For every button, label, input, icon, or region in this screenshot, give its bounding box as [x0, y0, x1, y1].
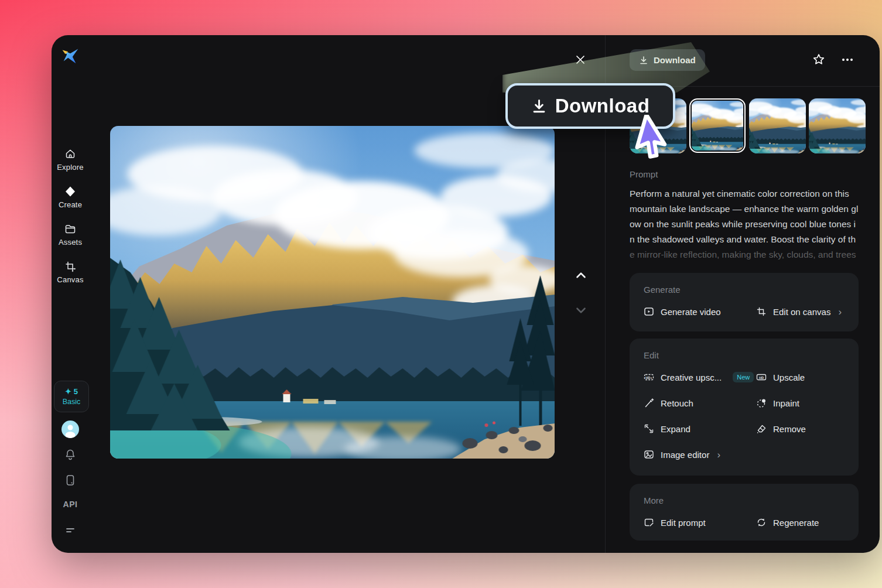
folder-icon — [64, 223, 76, 235]
thumbnail-artwork — [749, 98, 806, 153]
thumbnail-4[interactable] — [809, 98, 866, 153]
thumbnail-2-selected[interactable] — [689, 98, 746, 153]
avatar[interactable] — [61, 421, 79, 438]
prompt-text[interactable]: Perform a natural yet cinematic color co… — [630, 186, 862, 262]
sidebar-item-label: Assets — [52, 238, 89, 247]
star-icon — [812, 53, 826, 67]
chevron-right-icon: › — [838, 307, 842, 317]
video-icon — [644, 306, 654, 317]
plan-badge[interactable]: ✦ 5 Basic — [54, 381, 89, 412]
upscale-icon: HD — [756, 372, 767, 382]
sidebar-item-label: Create — [52, 200, 89, 209]
eraser-icon — [756, 423, 767, 434]
chevron-up-icon — [573, 268, 589, 283]
cursor-pointer-icon — [634, 115, 672, 165]
sidebar-item-assets[interactable]: Assets — [52, 223, 89, 247]
plan-credits: 5 — [74, 387, 78, 396]
creative-upscale-button[interactable]: HD+ Creative upsc... New — [644, 372, 756, 382]
mobile-device-icon[interactable] — [64, 474, 76, 486]
sidebar-item-create[interactable]: Create — [52, 186, 89, 209]
plan-tier: Basic — [63, 398, 81, 406]
remove-button[interactable]: Remove — [756, 423, 845, 434]
sidebar-item-canvas[interactable]: Canvas — [52, 261, 89, 284]
ellipsis-icon — [842, 59, 845, 61]
edit-prompt-icon — [644, 517, 654, 528]
retouch-pen-icon — [644, 398, 654, 408]
regenerate-button[interactable]: Regenerate — [756, 517, 845, 528]
refresh-icon — [756, 517, 767, 528]
thumbnail-artwork — [809, 98, 866, 153]
image-editor-icon — [644, 449, 654, 460]
inpaint-icon — [756, 398, 767, 408]
new-badge: New — [733, 372, 754, 382]
mountain-lake-artwork — [110, 126, 555, 459]
spark-icon: ✦ — [65, 387, 71, 396]
prompt-label: Prompt — [630, 169, 658, 179]
previous-image-button[interactable] — [572, 266, 590, 285]
download-callout-label: Download — [555, 95, 650, 117]
canvas-icon — [756, 306, 767, 317]
diamond-icon — [64, 186, 76, 197]
user-icon — [61, 421, 79, 438]
thumbnail-3[interactable] — [749, 98, 806, 153]
more-options-button[interactable] — [839, 52, 856, 68]
image-editor-button[interactable]: Image editor › — [644, 449, 756, 460]
svg-text:HD+: HD+ — [645, 376, 652, 380]
sidebar-item-label: Canvas — [52, 275, 89, 284]
download-icon — [531, 98, 547, 114]
bell-icon[interactable] — [64, 449, 76, 460]
sidebar-item-explore[interactable]: Explore — [52, 148, 89, 172]
upscale-button[interactable]: HD Upscale — [756, 372, 845, 382]
chevron-right-icon: › — [717, 450, 720, 460]
svg-text:HD: HD — [759, 376, 764, 380]
sidebar-item-label: Explore — [52, 163, 89, 172]
canvas-icon — [64, 261, 76, 272]
menu-icon[interactable] — [64, 525, 76, 536]
app-window: Explore Create Assets Canvas ✦ 5 Basic — [52, 35, 880, 553]
edit-prompt-button[interactable]: Edit prompt — [644, 517, 756, 528]
retouch-button[interactable]: Retouch — [644, 398, 756, 408]
home-icon — [64, 148, 76, 160]
next-image-button[interactable] — [572, 301, 590, 320]
generated-image[interactable] — [110, 126, 555, 459]
favorite-button[interactable] — [811, 52, 827, 68]
more-card: More Edit prompt Regenerate — [630, 484, 859, 541]
more-card-title: More — [644, 495, 845, 505]
api-button[interactable]: API — [52, 500, 89, 509]
inpaint-button[interactable]: Inpaint — [756, 398, 845, 408]
generate-card: Generate Generate video Edit on canvas › — [630, 273, 859, 331]
expand-icon — [644, 423, 654, 434]
app-logo-icon[interactable] — [59, 45, 81, 67]
chevron-down-icon — [573, 303, 589, 318]
generate-card-title: Generate — [644, 285, 845, 295]
edit-card-title: Edit — [644, 350, 845, 360]
edit-card: Edit HD+ Creative upsc... New HD Upscale — [630, 339, 859, 476]
thumbnail-artwork — [692, 101, 743, 151]
expand-button[interactable]: Expand — [644, 423, 756, 434]
creative-upscale-icon: HD+ — [644, 372, 654, 382]
edit-on-canvas-button[interactable]: Edit on canvas › — [756, 306, 845, 317]
generate-video-button[interactable]: Generate video — [644, 306, 756, 317]
